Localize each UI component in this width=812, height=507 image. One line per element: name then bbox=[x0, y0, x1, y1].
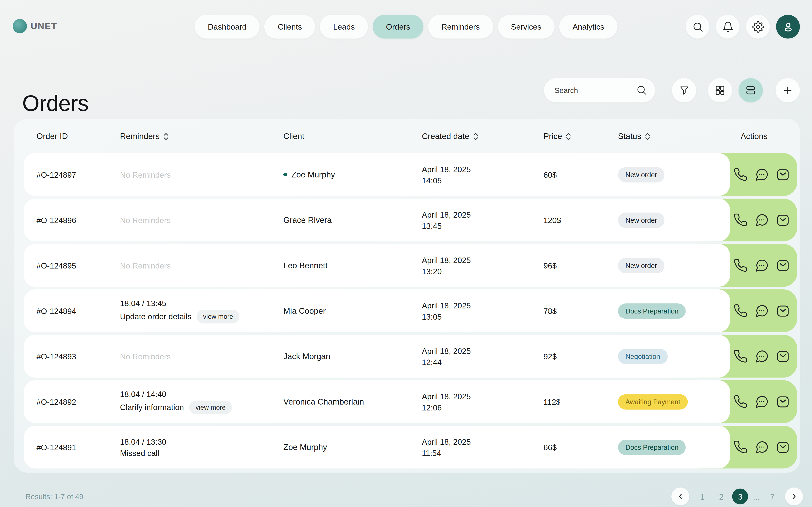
email-button[interactable] bbox=[775, 439, 791, 455]
page-number-1[interactable]: 1 bbox=[695, 489, 710, 504]
nav-item-leads[interactable]: Leads bbox=[320, 15, 368, 39]
sort-button[interactable] bbox=[645, 132, 650, 140]
reminder-line: Update order details view more bbox=[120, 309, 279, 323]
call-button[interactable] bbox=[733, 167, 748, 182]
nav-item-label: Leads bbox=[333, 22, 355, 31]
phone-icon bbox=[733, 213, 748, 227]
mail-icon bbox=[775, 440, 790, 454]
nav-item-dashboard[interactable]: Dashboard bbox=[195, 15, 260, 39]
created-date: April 18, 2025 bbox=[422, 391, 471, 402]
table-row: #O-124897 No Reminders Zoe Murphy April … bbox=[24, 153, 798, 196]
nav-item-label: Analytics bbox=[573, 22, 604, 31]
view-more-button[interactable]: view more bbox=[189, 400, 232, 414]
reminder-wrap: 18.04 / 13:30 Missed call bbox=[120, 437, 279, 457]
reminders-cell: 18.04 / 13:45 Update order details view … bbox=[120, 298, 279, 324]
column-header-client: Client bbox=[283, 131, 304, 141]
profile-button[interactable] bbox=[776, 15, 800, 39]
notifications-button[interactable] bbox=[716, 15, 740, 39]
page-number-3[interactable]: 3 bbox=[732, 489, 748, 504]
prev-page-button[interactable] bbox=[672, 488, 690, 506]
nav-item-reminders[interactable]: Reminders bbox=[428, 15, 493, 39]
sort-button[interactable] bbox=[163, 132, 168, 140]
nav-item-services[interactable]: Services bbox=[498, 15, 555, 39]
no-reminders-label: No Reminders bbox=[120, 170, 171, 179]
table-row: #O-124896 No Reminders Grace Rivera Apri… bbox=[24, 199, 798, 241]
view-more-button[interactable]: view more bbox=[197, 309, 239, 323]
sort-icon bbox=[473, 132, 478, 140]
user-icon bbox=[781, 20, 794, 33]
call-button[interactable] bbox=[733, 439, 748, 455]
chat-button[interactable] bbox=[754, 212, 769, 228]
chat-button[interactable] bbox=[754, 258, 769, 273]
created-date-cell: April 18, 2025 12:06 bbox=[422, 391, 471, 413]
sort-icon bbox=[645, 132, 650, 140]
row-actions-group bbox=[733, 380, 791, 423]
created-date: April 18, 2025 bbox=[422, 255, 471, 266]
reminders-cell: 18.04 / 13:30 Missed call bbox=[120, 437, 279, 457]
sort-button[interactable] bbox=[566, 132, 571, 140]
next-page-button[interactable] bbox=[785, 488, 803, 506]
list-view-button[interactable] bbox=[739, 78, 763, 103]
no-reminders-label: No Reminders bbox=[120, 261, 171, 270]
add-order-button[interactable] bbox=[776, 78, 800, 103]
chat-button[interactable] bbox=[754, 167, 769, 182]
search-button[interactable] bbox=[686, 15, 710, 39]
email-button[interactable] bbox=[775, 303, 791, 319]
email-button[interactable] bbox=[775, 258, 791, 273]
email-button[interactable] bbox=[775, 349, 791, 364]
nav-item-clients[interactable]: Clients bbox=[264, 15, 315, 39]
chat-button[interactable] bbox=[754, 394, 769, 409]
row-card[interactable]: #O-124897 No Reminders Zoe Murphy April … bbox=[24, 153, 730, 196]
filter-button[interactable] bbox=[672, 78, 696, 103]
order-id: #O-124893 bbox=[37, 352, 77, 361]
mail-icon bbox=[775, 213, 790, 227]
row-card[interactable]: #O-124894 18.04 / 13:45 Update order det… bbox=[24, 289, 730, 332]
row-card[interactable]: #O-124896 No Reminders Grace Rivera Apri… bbox=[24, 199, 730, 241]
row-card[interactable]: #O-124895 No Reminders Leo Bennett April… bbox=[24, 244, 730, 287]
created-date-cell: April 18, 2025 12:44 bbox=[422, 345, 471, 368]
email-button[interactable] bbox=[775, 212, 791, 228]
call-button[interactable] bbox=[733, 394, 748, 409]
page-number-7[interactable]: 7 bbox=[764, 489, 780, 504]
created-time: 13:45 bbox=[422, 220, 471, 231]
chat-button[interactable] bbox=[754, 349, 769, 364]
status-badge: Awaiting Payment bbox=[618, 394, 688, 409]
reminder-time: 18.04 / 13:30 bbox=[120, 437, 279, 446]
brand-logo[interactable]: UNET bbox=[13, 19, 57, 34]
call-button[interactable] bbox=[733, 212, 748, 228]
nav-item-orders[interactable]: Orders bbox=[373, 15, 423, 39]
status-cell: Docs Preparation bbox=[618, 303, 686, 319]
chat-button[interactable] bbox=[754, 303, 769, 319]
pagination: 123...7 bbox=[672, 488, 803, 506]
column-label: Created date bbox=[422, 131, 469, 141]
client-cell: Leo Bennett bbox=[283, 261, 327, 270]
page-number-2[interactable]: 2 bbox=[713, 489, 729, 504]
table-row: #O-124895 No Reminders Leo Bennett April… bbox=[24, 244, 798, 287]
settings-button[interactable] bbox=[746, 15, 770, 39]
column-header-created-date: Created date bbox=[422, 131, 478, 141]
call-button[interactable] bbox=[733, 258, 748, 273]
sort-button[interactable] bbox=[473, 132, 478, 140]
created-date-cell: April 18, 2025 13:05 bbox=[422, 300, 471, 322]
page-title: Orders bbox=[22, 91, 88, 116]
search-field-icon[interactable] bbox=[636, 84, 647, 96]
email-button[interactable] bbox=[775, 394, 791, 409]
row-card[interactable]: #O-124891 18.04 / 13:30 Missed call Zoe … bbox=[24, 426, 730, 468]
client-cell: Jack Morgan bbox=[283, 351, 330, 361]
row-card[interactable]: #O-124892 18.04 / 14:40 Clarify informat… bbox=[24, 380, 730, 423]
grid-view-button[interactable] bbox=[708, 78, 732, 103]
created-date: April 18, 2025 bbox=[422, 209, 471, 220]
call-button[interactable] bbox=[733, 349, 748, 364]
row-card[interactable]: #O-124893 No Reminders Jack Morgan April… bbox=[24, 335, 730, 378]
created-time: 12:44 bbox=[422, 356, 471, 368]
order-id: #O-124897 bbox=[37, 170, 77, 179]
nav-item-analytics[interactable]: Analytics bbox=[559, 15, 617, 39]
call-button[interactable] bbox=[733, 303, 748, 319]
nav-item-label: Dashboard bbox=[208, 22, 246, 31]
client-cell: Mia Cooper bbox=[283, 306, 326, 316]
list-view-icon bbox=[745, 84, 757, 96]
chat-button[interactable] bbox=[754, 439, 769, 455]
reminder-text: Update order details bbox=[120, 312, 192, 321]
email-button[interactable] bbox=[775, 167, 791, 182]
mail-icon bbox=[775, 303, 790, 318]
